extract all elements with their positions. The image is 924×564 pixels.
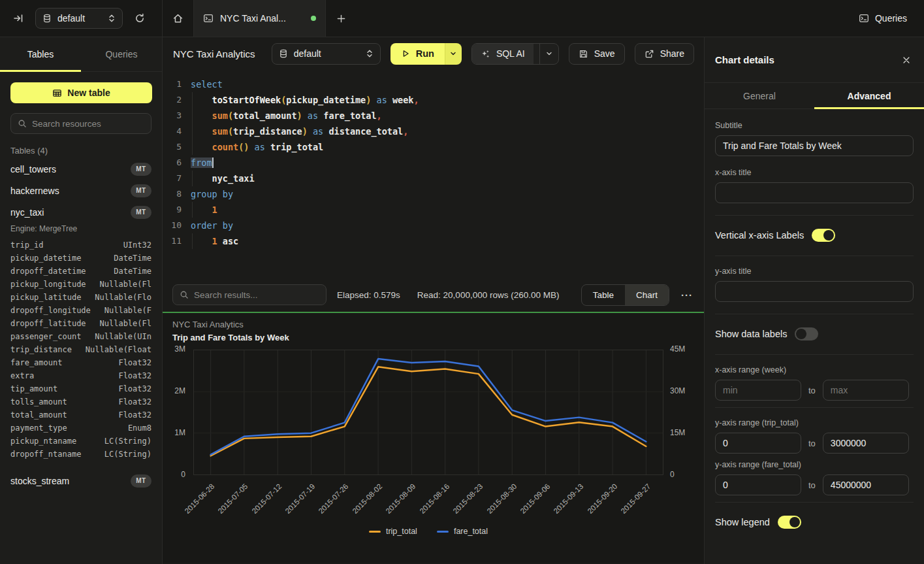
column-pickup_longitude: pickup_longitudeNullable(Fl — [10, 278, 151, 291]
results-bar: Elapsed: 0.579s Read: 20,000,000 rows (2… — [163, 278, 704, 312]
chart-legend: trip_totalfare_total — [193, 527, 663, 536]
indent-guide — [192, 139, 193, 155]
results-search — [172, 284, 327, 305]
code-line-4[interactable]: 4 sum(trip_distance) as distance_total, — [163, 124, 704, 139]
sidebar-tab-tables[interactable]: Tables — [0, 37, 81, 71]
vertical-x-axis-labels-toggle[interactable] — [812, 229, 835, 242]
share-button[interactable]: Share — [635, 43, 694, 65]
show-legend-toggle[interactable] — [778, 516, 801, 529]
database-icon — [279, 49, 288, 58]
subtitle-input[interactable] — [715, 135, 914, 156]
panel-tab-general[interactable]: General — [705, 83, 814, 108]
divider — [715, 256, 914, 256]
search-results-input[interactable] — [194, 290, 319, 300]
column-passenger_count: passenger_countNullable(UIn — [10, 330, 151, 343]
code-line-10[interactable]: 10order by — [163, 218, 704, 233]
code-line-2[interactable]: 2 toStartOfWeek(pickup_datetime) as week… — [163, 92, 704, 108]
run-options-button[interactable] — [445, 43, 462, 65]
column-pickup_ntaname: pickup_ntanameLC(String) — [10, 435, 151, 448]
sql-ai-button-group: SQL AI — [471, 43, 559, 65]
code-line-3[interactable]: 3 sum(total_amount) as fare_total, — [163, 108, 704, 124]
line-number: 11 — [163, 233, 182, 249]
to-label: to — [806, 439, 818, 448]
legend-item-trip_total[interactable]: trip_total — [369, 527, 417, 536]
home-button[interactable] — [163, 0, 194, 37]
query-database-selector[interactable]: default — [272, 43, 381, 65]
code-line-11[interactable]: 11 1 asc — [163, 233, 704, 249]
code-line-7[interactable]: 7 nyc_taxi — [163, 171, 704, 186]
queries-button[interactable]: Queries — [859, 13, 907, 24]
search-icon — [18, 119, 27, 128]
code-line-5[interactable]: 5 count() as trip_total — [163, 139, 704, 155]
y-range-fare-min-input[interactable] — [715, 474, 801, 495]
chart-svg — [194, 350, 663, 474]
y-axis-title-input[interactable] — [715, 281, 914, 302]
column-dropoff_datetime: dropoff_datetimeDateTime — [10, 265, 151, 278]
new-table-button[interactable]: New table — [10, 82, 152, 103]
y-range-trip-max-input[interactable] — [823, 433, 909, 454]
view-toggle-table[interactable]: Table — [582, 285, 625, 305]
new-table-button-label: New table — [67, 88, 110, 98]
code-line-1[interactable]: 1select — [163, 76, 704, 92]
sidebar-tab-queries-label: Queries — [105, 49, 137, 59]
table-item-nyc_taxi[interactable]: nyc_taxiMT — [0, 201, 162, 223]
x-axis-title-input[interactable] — [715, 182, 914, 203]
y-range-trip-min-input[interactable] — [715, 433, 801, 454]
chart-title: NYC Taxi Analytics — [172, 320, 244, 329]
indent-guide — [192, 124, 193, 139]
indent-guide — [192, 202, 193, 218]
y-axis-left: 01M2M3M — [163, 350, 189, 475]
divider — [715, 314, 914, 314]
code-line-6[interactable]: 6from — [163, 155, 704, 171]
panel-tab-advanced[interactable]: Advanced — [814, 83, 924, 108]
new-tab-button[interactable] — [326, 0, 356, 37]
sql-editor[interactable]: 1select2 toStartOfWeek(pickup_datetime) … — [163, 70, 704, 278]
x-axis-range-label: x-axis range (week) — [715, 365, 914, 374]
save-icon — [579, 49, 588, 59]
table-item-cell_towers[interactable]: cell_towersMT — [0, 158, 162, 180]
more-options-button[interactable]: ··· — [680, 290, 694, 301]
x-range-min-input[interactable] — [715, 380, 801, 401]
legend-label: trip_total — [386, 527, 417, 536]
view-toggle-chart[interactable]: Chart — [625, 285, 669, 305]
x-axis-title-label: x-axis title — [715, 168, 914, 177]
divider — [715, 215, 914, 216]
queries-icon — [859, 13, 869, 24]
chart-plot-area[interactable] — [193, 350, 663, 475]
top-bar: default NYC Taxi Anal... — [0, 0, 924, 37]
updown-chevrons-icon — [366, 49, 374, 58]
legend-item-fare_total[interactable]: fare_total — [437, 527, 488, 536]
run-button-group: Run — [390, 43, 462, 65]
divider — [715, 354, 914, 355]
y-range-fare-max-input[interactable] — [823, 474, 909, 495]
code-line-8[interactable]: 8group by — [163, 186, 704, 202]
column-dropoff_latitude: dropoff_latitudeNullable(Fl — [10, 317, 151, 330]
y-axis-title-label: y-axis title — [715, 267, 914, 276]
y-axis-tick: 45M — [670, 344, 685, 354]
column-payment_type: payment_typeEnum8 — [10, 422, 151, 435]
save-button[interactable]: Save — [569, 43, 625, 65]
table-item-hackernews[interactable]: hackernewsMT — [0, 180, 162, 201]
code-line-9[interactable]: 9 1 — [163, 202, 704, 218]
view-toggle-table-label: Table — [593, 290, 614, 300]
sql-ai-options-button[interactable] — [539, 44, 558, 64]
sidebar-tab-queries[interactable]: Queries — [81, 37, 162, 71]
y-axis-tick: 0 — [181, 470, 185, 479]
table-item-stocks_stream[interactable]: stocks_streamMT — [0, 470, 162, 491]
indent-guide — [192, 171, 193, 186]
database-selector[interactable]: default — [35, 8, 123, 29]
show-data-labels-toggle[interactable] — [795, 327, 818, 340]
x-range-max-input[interactable] — [823, 380, 909, 401]
queries-button-label: Queries — [875, 13, 907, 24]
run-button[interactable]: Run — [390, 43, 445, 65]
column-fare_amount: fare_amountFloat32 — [10, 356, 151, 369]
y-axis-tick: 2M — [174, 386, 185, 395]
search-resources-input[interactable] — [32, 119, 144, 129]
tab-nyc-taxi-analytics[interactable]: NYC Taxi Anal... — [194, 0, 326, 37]
column-dropoff_longitude: dropoff_longitudeNullable(F — [10, 304, 151, 317]
refresh-icon[interactable] — [135, 13, 145, 24]
sql-ai-button[interactable]: SQL AI — [472, 44, 534, 64]
column-trip_id: trip_idUInt32 — [10, 239, 151, 252]
close-icon[interactable] — [899, 53, 914, 67]
collapse-sidebar-icon[interactable] — [13, 13, 24, 24]
